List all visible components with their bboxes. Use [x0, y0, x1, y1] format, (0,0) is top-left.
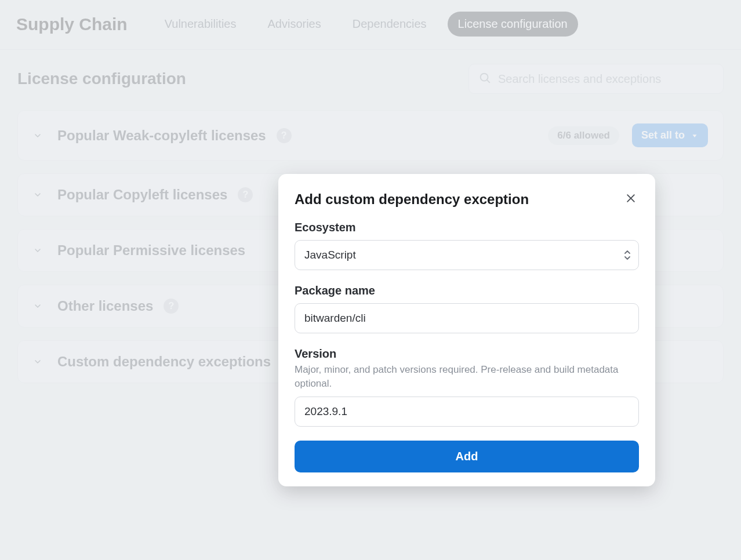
- modal-header: Add custom dependency exception: [295, 190, 639, 208]
- modal-title: Add custom dependency exception: [295, 191, 529, 208]
- ecosystem-select-wrap: [295, 240, 639, 270]
- package-name-input[interactable]: [295, 303, 639, 333]
- version-input[interactable]: [295, 397, 639, 427]
- modal-overlay: Add custom dependency exception Ecosyste…: [0, 0, 741, 560]
- version-label: Version: [295, 347, 639, 361]
- add-exception-modal: Add custom dependency exception Ecosyste…: [278, 174, 655, 486]
- close-icon: [625, 197, 637, 206]
- add-button[interactable]: Add: [295, 441, 639, 472]
- version-helper-text: Major, minor, and patch versions require…: [295, 363, 639, 391]
- package-name-label: Package name: [295, 284, 639, 297]
- ecosystem-select[interactable]: [295, 240, 639, 270]
- ecosystem-label: Ecosystem: [295, 221, 639, 234]
- close-button[interactable]: [623, 190, 639, 208]
